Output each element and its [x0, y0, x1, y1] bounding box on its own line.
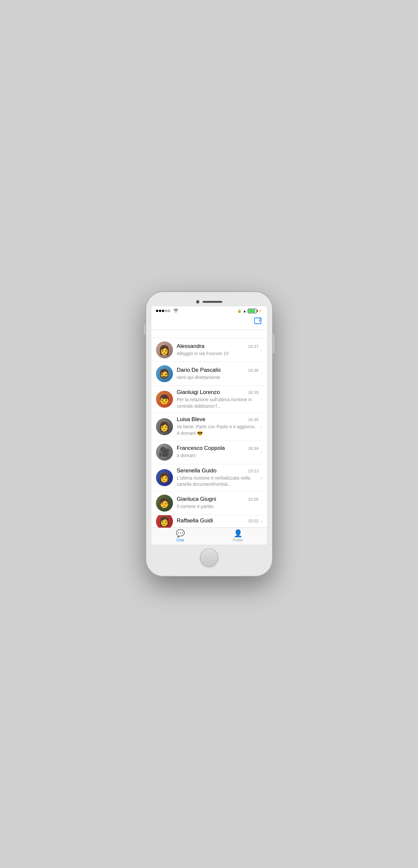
avatar: 🧔	[156, 365, 173, 382]
phone-inner: 🔒 ▲ ⚡	[151, 297, 267, 571]
chat-list: 👩 Alessandra 16:37 Alloggio in via Fosco…	[151, 338, 267, 528]
chat-top-row: Gianluca Giugni 15:05	[177, 496, 259, 502]
speaker	[203, 301, 222, 303]
chat-preview: vieni qui direttamente	[177, 374, 259, 381]
volume-button	[144, 324, 145, 335]
chat-name: Gianluigi Lorenzo	[177, 389, 220, 396]
chat-content: Dario De Pascalis 16:36 vieni qui dirett…	[177, 367, 259, 381]
profilo-tab-label: Profilo	[233, 538, 243, 542]
chat-content: Raffaella Guidi 15:02	[177, 518, 259, 525]
camera	[196, 300, 199, 304]
status-left	[156, 308, 178, 313]
chat-tab-label: Chat	[176, 538, 184, 542]
chat-top-row: Raffaella Guidi 15:02	[177, 518, 259, 524]
chat-content: Gianluca Giugni 15:05 Il corriere è part…	[177, 496, 259, 510]
avatar: 👦	[156, 391, 173, 408]
chat-time: 16:35	[248, 417, 259, 422]
status-right: 🔒 ▲ ⚡	[237, 309, 263, 313]
tab-chat[interactable]: 💬 Chat	[151, 530, 209, 542]
chat-item[interactable]: 👩 Luisa Bleve 16:35 Va bene. Parlo con P…	[151, 413, 267, 440]
status-bar: 🔒 ▲ ⚡	[151, 306, 267, 315]
battery-fill	[248, 309, 255, 313]
chat-top-row: Alessandra 16:37	[177, 343, 259, 349]
chat-top-row: Gianluigi Lorenzo 16:35	[177, 389, 259, 396]
chat-item[interactable]: 👦 Gianluigi Lorenzo 16:35 Per la relazio…	[151, 386, 267, 413]
chat-content: Luisa Bleve 16:35 Va bene. Parlo con Pao…	[177, 416, 259, 436]
nuovo-gruppo-row[interactable]	[151, 330, 267, 338]
chat-name: Luisa Bleve	[177, 416, 206, 423]
signal-dot-4	[165, 310, 167, 312]
chat-item[interactable]: 👩 Alessandra 16:37 Alloggio in via Fosco…	[151, 338, 267, 362]
wifi-icon	[173, 308, 178, 313]
chat-top-row: Serenella Guido 15:13	[177, 467, 259, 474]
chat-content: Gianluigi Lorenzo 16:35 Per la relazione…	[177, 389, 259, 409]
chat-name: Serenella Guido	[177, 467, 217, 474]
signal-dot-1	[156, 310, 158, 312]
signal-dot-2	[159, 310, 161, 312]
chat-item[interactable]: 👩 Raffaella Guidi 15:02 ›	[151, 515, 267, 528]
chat-time: 16:35	[248, 390, 259, 395]
chat-name: Alessandra	[177, 343, 205, 349]
chevron-right-icon: ›	[261, 500, 263, 506]
chat-name: Raffaella Guidi	[177, 518, 213, 524]
phone-top-bar	[151, 297, 267, 306]
chat-top-row: Francesco Coppola 16:34	[177, 445, 259, 452]
chat-name: Dario De Pascalis	[177, 367, 221, 373]
chat-top-row: Luisa Bleve 16:35	[177, 416, 259, 423]
phone-bottom	[151, 545, 267, 571]
chat-tab-icon: 💬	[176, 530, 185, 537]
chat-content: Serenella Guido 15:13 L'ultima riunione …	[177, 467, 259, 488]
gps-icon: ▲	[243, 309, 247, 313]
app-header	[151, 315, 267, 330]
chat-content: Francesco Coppola 16:34 a domani	[177, 445, 259, 459]
chat-time: 16:36	[248, 368, 259, 373]
chat-preview: a domani	[177, 453, 259, 459]
chat-time: 15:13	[248, 468, 259, 473]
power-button	[273, 334, 274, 353]
avatar: 👩	[156, 341, 173, 359]
chat-preview: Il corriere è partito	[177, 503, 259, 510]
chat-preview: Alloggio in via Foscolo 19	[177, 350, 259, 357]
chevron-right-icon: ›	[261, 397, 263, 402]
avatar: 👩	[156, 418, 173, 435]
chat-top-row: Dario De Pascalis 16:36	[177, 367, 259, 373]
tab-profilo[interactable]: 👤 Profilo	[209, 530, 267, 542]
signal-dot-5	[168, 310, 170, 312]
avatar: 🎥	[156, 444, 173, 461]
avatar: 🧑	[156, 495, 173, 512]
avatar: 👩	[156, 469, 173, 486]
chat-preview: Per la relazione sull'ultima riunione in…	[177, 397, 259, 409]
chevron-right-icon: ›	[261, 347, 263, 353]
charging-icon: ⚡	[258, 309, 262, 313]
chevron-right-icon: ›	[261, 449, 263, 455]
chevron-right-icon: ›	[261, 475, 263, 480]
chat-item[interactable]: 👩 Serenella Guido 15:13 L'ultima riunion…	[151, 464, 267, 491]
chat-item[interactable]: 🧔 Dario De Pascalis 16:36 vieni qui dire…	[151, 362, 267, 386]
chat-item[interactable]: 🎥 Francesco Coppola 16:34 a domani ›	[151, 440, 267, 464]
chat-item[interactable]: 🧑 Gianluca Giugni 15:05 Il corriere è pa…	[151, 491, 267, 515]
chat-time: 16:34	[248, 446, 259, 451]
chevron-right-icon: ›	[261, 371, 263, 377]
compose-button[interactable]	[254, 317, 263, 327]
tab-bar: 💬 Chat 👤 Profilo	[151, 528, 267, 545]
chat-name: Francesco Coppola	[177, 445, 225, 452]
chat-preview: Va bene. Parlo con Paolo e ti aggiorno. …	[177, 424, 259, 436]
home-button[interactable]	[200, 549, 218, 567]
signal-strength	[156, 310, 170, 312]
chevron-right-icon: ›	[261, 424, 263, 429]
avatar: 👩	[156, 515, 173, 528]
profilo-tab-icon: 👤	[234, 530, 242, 537]
chat-name: Gianluca Giugni	[177, 496, 216, 502]
location-icon: 🔒	[237, 309, 242, 313]
chat-time: 15:05	[248, 497, 259, 502]
chat-preview: L'ultima riunione è verbalizzata nella c…	[177, 475, 259, 488]
signal-dot-3	[162, 310, 164, 312]
chat-content: Alessandra 16:37 Alloggio in via Foscolo…	[177, 343, 259, 357]
chat-time: 15:02	[248, 519, 259, 523]
chat-time: 16:37	[248, 344, 259, 349]
screen: 🔒 ▲ ⚡	[151, 306, 267, 545]
battery-indicator	[248, 309, 257, 313]
phone-frame: 🔒 ▲ ⚡	[145, 291, 273, 577]
chevron-right-icon: ›	[261, 519, 263, 524]
